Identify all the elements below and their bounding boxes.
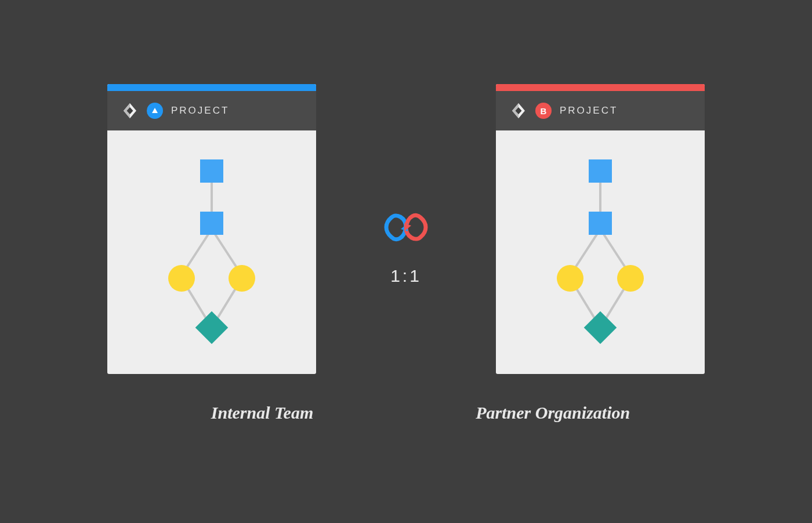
project-panel-right: B PROJECT [496, 84, 705, 374]
svg-point-11 [168, 265, 195, 292]
svg-rect-13 [195, 311, 229, 344]
caption-right: Partner Organization [476, 403, 630, 423]
panel-header: B PROJECT [496, 91, 705, 130]
project-panel-left: PROJECT [107, 84, 316, 374]
jira-logo-icon [510, 102, 527, 119]
svg-point-12 [229, 265, 255, 292]
tree-diagram-icon [154, 154, 270, 362]
sync-infinity-icon [380, 207, 432, 248]
jira-logo-icon [121, 102, 139, 119]
panel-body [107, 130, 316, 374]
panel-accent-bar [107, 84, 316, 91]
svg-point-26 [557, 265, 583, 292]
project-badge-b: B [535, 103, 552, 119]
panel-accent-bar [496, 84, 705, 91]
svg-rect-25 [589, 212, 612, 235]
svg-rect-9 [200, 159, 223, 183]
svg-point-27 [617, 265, 644, 292]
captions-row: Internal Team Partner Organization [0, 403, 812, 423]
project-label: PROJECT [171, 105, 229, 117]
project-label: PROJECT [560, 105, 618, 117]
ratio-label: 1:1 [390, 266, 422, 286]
svg-marker-3 [152, 108, 158, 113]
panel-body [496, 130, 705, 374]
project-badge-a [147, 103, 163, 119]
caption-left: Internal Team [211, 403, 313, 423]
svg-rect-24 [589, 159, 612, 183]
center-sync-area: 1:1 [380, 207, 432, 286]
svg-rect-28 [584, 311, 617, 344]
diagram-container: PROJECT [0, 0, 812, 374]
panel-header: PROJECT [107, 91, 316, 130]
tree-diagram-icon [542, 154, 658, 362]
svg-rect-10 [200, 212, 223, 235]
